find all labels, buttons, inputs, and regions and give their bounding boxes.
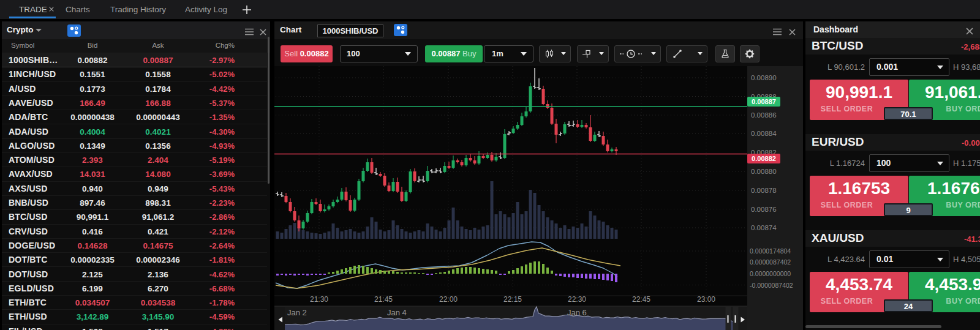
svg-text:0.00878: 0.00878 [751, 187, 777, 194]
svg-text:Jan 4: Jan 4 [387, 308, 407, 317]
svg-text:0.00884: 0.00884 [751, 130, 777, 137]
svg-text:0.00876: 0.00876 [751, 206, 777, 213]
svg-text:0.00880: 0.00880 [751, 168, 777, 175]
svg-text:-0.0000087402: -0.0000087402 [750, 282, 793, 289]
svg-text:22:15: 22:15 [503, 295, 522, 304]
svg-text:23:00: 23:00 [697, 295, 715, 304]
svg-text:0.00874: 0.00874 [751, 224, 777, 231]
svg-text:0.00887: 0.00887 [752, 98, 776, 105]
svg-text:22:30: 22:30 [568, 295, 586, 304]
svg-text:0.00890: 0.00890 [751, 74, 777, 81]
svg-text:0.0000087402: 0.0000087402 [750, 258, 791, 266]
svg-text:22:45: 22:45 [632, 295, 650, 304]
svg-text:22:00: 22:00 [439, 295, 458, 304]
svg-text:Jan 2: Jan 2 [287, 308, 307, 317]
svg-text:0.00886: 0.00886 [751, 111, 777, 119]
svg-text:21:30: 21:30 [310, 295, 328, 304]
svg-text:21:45: 21:45 [374, 295, 393, 304]
svg-text:0.0000174804: 0.0000174804 [750, 247, 791, 255]
svg-text:0.00882: 0.00882 [752, 155, 776, 162]
svg-text:0.0000000000: 0.0000000000 [750, 270, 791, 277]
svg-text:Jan 6: Jan 6 [567, 308, 587, 317]
